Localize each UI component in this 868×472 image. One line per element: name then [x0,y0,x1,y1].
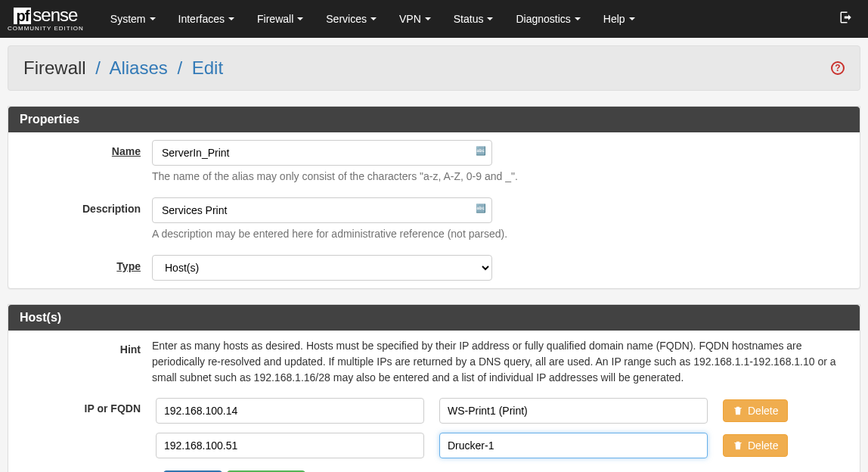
nav-status[interactable]: Status [442,2,505,36]
breadcrumb-edit[interactable]: Edit [192,57,223,78]
caret-icon [575,17,581,20]
breadcrumb-bar: Firewall / Aliases / Edit ? [8,45,860,91]
breadcrumb-root: Firewall [23,57,86,78]
ip-fqdn-label: IP or FQDN [8,398,141,415]
host-ip-input[interactable] [156,398,424,424]
nav-menu: System Interfaces Firewall Services VPN … [99,2,646,36]
type-select[interactable]: Host(s) [152,255,492,281]
host-desc-input[interactable] [439,433,708,458]
hint-text: Enter as many hosts as desired. Hosts mu… [152,338,860,386]
keyboard-indicator-icon: 🔤 [476,146,486,156]
name-label: Name [8,140,152,182]
breadcrumb: Firewall / Aliases / Edit [23,57,223,79]
hint-label: Hint [8,338,152,386]
breadcrumb-sep: / [95,57,101,78]
nav-system[interactable]: System [99,2,167,36]
description-label: Description [8,197,152,240]
breadcrumb-sep: / [177,57,182,78]
name-help-text: The name of the alias may only consist o… [152,170,848,182]
delete-button[interactable]: Delete [723,399,788,422]
properties-header: Properties [8,107,860,132]
keyboard-indicator-icon: 🔤 [476,203,486,213]
top-navbar: pf sense COMMUNITY EDITION System Interf… [0,0,868,38]
host-ip-input[interactable] [156,433,424,458]
hosts-header: Host(s) [8,305,860,331]
properties-panel: Properties Name 🔤 The name of the alias … [8,106,860,289]
nav-services[interactable]: Services [315,2,388,36]
logout-icon[interactable] [832,11,860,28]
brand-logo[interactable]: pf sense COMMUNITY EDITION [8,6,84,32]
breadcrumb-aliases[interactable]: Aliases [109,57,167,78]
hosts-panel: Host(s) Hint Enter as many hosts as desi… [8,304,860,472]
caret-icon [487,17,493,20]
host-desc-input[interactable] [439,398,708,424]
nav-diagnostics[interactable]: Diagnostics [504,2,591,36]
name-input[interactable] [152,140,492,166]
host-row: Delete [8,428,860,463]
nav-vpn[interactable]: VPN [388,2,442,36]
delete-button[interactable]: Delete [723,434,788,457]
brand-prefix: pf [14,8,31,24]
type-label: Type [8,255,152,281]
caret-icon [370,17,377,20]
caret-icon [228,17,234,20]
nav-interfaces[interactable]: Interfaces [167,2,246,36]
trash-icon [733,405,743,416]
nav-firewall[interactable]: Firewall [246,2,315,36]
caret-icon [425,17,431,20]
nav-help[interactable]: Help [592,2,646,36]
host-row: IP or FQDN Delete [8,393,860,428]
brand-suffix: sense [33,6,77,24]
trash-icon [733,440,743,451]
description-input[interactable] [152,197,492,223]
description-help-text: A description may be entered here for ad… [152,228,848,240]
caret-icon [297,17,303,20]
caret-icon [629,17,635,20]
caret-icon [150,17,156,20]
help-icon[interactable]: ? [831,61,845,75]
brand-subtitle: COMMUNITY EDITION [8,26,84,32]
